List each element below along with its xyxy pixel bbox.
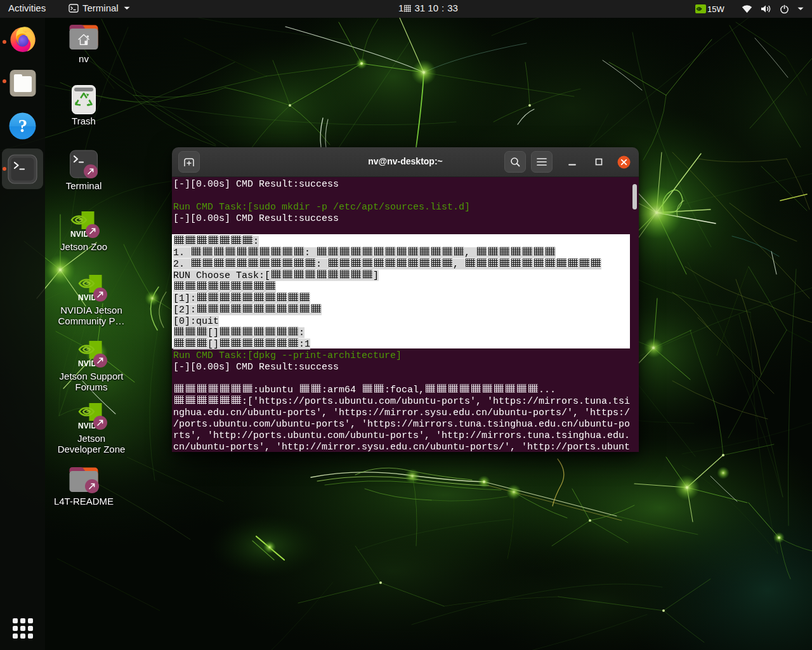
svg-text:?: ? <box>18 116 28 136</box>
svg-text:15W: 15W <box>707 4 724 14</box>
